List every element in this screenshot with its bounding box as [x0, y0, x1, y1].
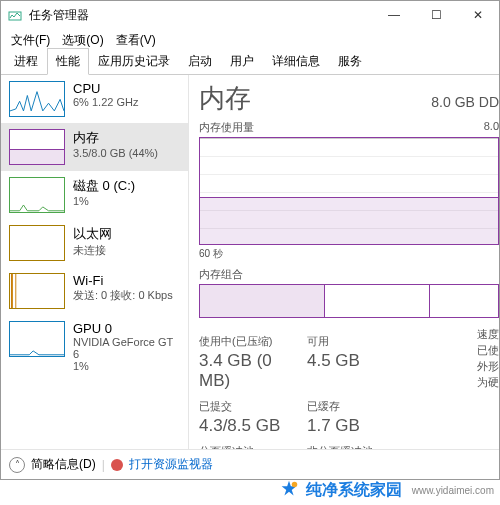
app-icon [7, 7, 23, 23]
tab-users[interactable]: 用户 [221, 48, 263, 75]
side-item-cpu[interactable]: CPU 6% 1.22 GHz [1, 75, 188, 123]
side-list: CPU 6% 1.22 GHz 内存 3.5/8.0 GB (44%) 磁盘 0… [1, 75, 189, 449]
side-item-title: 磁盘 0 (C:) [73, 177, 135, 195]
memory-props: 速度: 已使用的插槽: 外形规格: 为硬件保留的内存: [477, 326, 499, 449]
tab-startup[interactable]: 启动 [179, 48, 221, 75]
window-title: 任务管理器 [29, 7, 373, 24]
speed-label: 速度: [477, 328, 499, 340]
side-text: CPU 6% 1.22 GHz [73, 81, 138, 108]
detail-heading: 内存 [199, 81, 251, 116]
side-text: 以太网 未连接 [73, 225, 112, 258]
detail-pane: 内存 8.0 GB DD 内存使用量 8.0 60 秒 内存组合 使用中(已压缩… [189, 75, 499, 449]
memory-thumb-icon [9, 129, 65, 165]
maximize-button[interactable]: ☐ [415, 1, 457, 29]
bottombar: ˄ 简略信息(D) | 打开资源监视器 [1, 449, 499, 479]
in-use-label: 使用中(已压缩) [199, 334, 307, 349]
fewer-details-link[interactable]: 简略信息(D) [31, 456, 96, 473]
form-label: 外形规格: [477, 360, 499, 372]
close-button[interactable]: ✕ [457, 1, 499, 29]
side-item-gpu[interactable]: GPU 0 NVIDIA GeForce GT 6 1% [1, 315, 188, 378]
tab-services[interactable]: 服务 [329, 48, 371, 75]
available-label: 可用 [307, 334, 387, 349]
side-item-title: 以太网 [73, 225, 112, 243]
side-item-wifi[interactable]: Wi-Fi 发送: 0 接收: 0 Kbps [1, 267, 188, 315]
wifi-thumb-icon [9, 273, 65, 309]
graph2-label: 内存组合 [199, 267, 499, 282]
side-item-title: Wi-Fi [73, 273, 173, 288]
committed-value: 4.3/8.5 GB [199, 416, 307, 436]
resmon-icon [111, 459, 123, 471]
side-text: 磁盘 0 (C:) 1% [73, 177, 135, 207]
gpu-thumb-icon [9, 321, 65, 357]
side-item-sub: 发送: 0 接收: 0 Kbps [73, 288, 173, 303]
separator: | [102, 458, 105, 472]
watermark: 纯净系统家园 www.yidaimei.com [278, 479, 494, 501]
in-use-value: 3.4 GB (0 MB) [199, 351, 307, 391]
disk-thumb-icon [9, 177, 65, 213]
available-value: 4.5 GB [307, 351, 387, 391]
tab-app-history[interactable]: 应用历史记录 [89, 48, 179, 75]
content: CPU 6% 1.22 GHz 内存 3.5/8.0 GB (44%) 磁盘 0… [1, 75, 499, 449]
side-item-sub2: 1% [73, 360, 180, 372]
memory-usage-chart[interactable] [199, 137, 499, 245]
cached-label: 已缓存 [307, 399, 387, 414]
committed-label: 已提交 [199, 399, 307, 414]
side-item-sub: NVIDIA GeForce GT 6 [73, 336, 180, 360]
svg-point-3 [292, 482, 298, 488]
memory-composition-chart[interactable] [199, 284, 499, 318]
titlebar: 任务管理器 — ☐ ✕ [1, 1, 499, 29]
cached-value: 1.7 GB [307, 416, 387, 436]
tab-details[interactable]: 详细信息 [263, 48, 329, 75]
detail-capacity: 8.0 GB DD [431, 94, 499, 110]
side-item-memory[interactable]: 内存 3.5/8.0 GB (44%) [1, 123, 188, 171]
graph1-labels: 内存使用量 8.0 [199, 120, 499, 135]
side-item-ethernet[interactable]: 以太网 未连接 [1, 219, 188, 267]
watermark-text: 纯净系统家园 [306, 480, 402, 501]
side-item-sub: 1% [73, 195, 135, 207]
tab-performance[interactable]: 性能 [47, 48, 89, 75]
nonpaged-label: 非分页缓冲池 [307, 444, 387, 449]
watermark-url: www.yidaimei.com [412, 485, 494, 496]
tab-processes[interactable]: 进程 [5, 48, 47, 75]
detail-header: 内存 8.0 GB DD [199, 81, 499, 116]
watermark-icon [278, 479, 300, 501]
side-text: Wi-Fi 发送: 0 接收: 0 Kbps [73, 273, 173, 303]
minimize-button[interactable]: — [373, 1, 415, 29]
graph1-footer: 60 秒 [199, 247, 499, 261]
memory-stats: 使用中(已压缩) 可用 3.4 GB (0 MB) 4.5 GB 已提交 已缓存… [199, 334, 467, 449]
composition-in-use [200, 285, 325, 317]
slots-label: 已使用的插槽: [477, 344, 499, 356]
side-item-title: GPU 0 [73, 321, 180, 336]
side-item-title: 内存 [73, 129, 158, 147]
side-item-title: CPU [73, 81, 138, 96]
graph1-label-right: 8.0 [484, 120, 499, 135]
side-item-sub: 6% 1.22 GHz [73, 96, 138, 108]
graph1-label-left: 内存使用量 [199, 120, 254, 135]
side-text: GPU 0 NVIDIA GeForce GT 6 1% [73, 321, 180, 372]
cpu-thumb-icon [9, 81, 65, 117]
side-item-disk[interactable]: 磁盘 0 (C:) 1% [1, 171, 188, 219]
fewer-details-icon[interactable]: ˄ [9, 457, 25, 473]
side-item-sub: 未连接 [73, 243, 112, 258]
paged-label: 分页缓冲池 [199, 444, 307, 449]
composition-available [325, 285, 498, 317]
reserved-label: 为硬件保留的内存: [477, 376, 499, 388]
tabbar: 进程 性能 应用历史记录 启动 用户 详细信息 服务 [1, 51, 499, 75]
task-manager-window: 任务管理器 — ☐ ✕ 文件(F) 选项(O) 查看(V) 进程 性能 应用历史… [0, 0, 500, 480]
graph2-label-text: 内存组合 [199, 267, 243, 282]
side-item-sub: 3.5/8.0 GB (44%) [73, 147, 158, 159]
open-resmon-link[interactable]: 打开资源监视器 [129, 456, 213, 473]
side-text: 内存 3.5/8.0 GB (44%) [73, 129, 158, 159]
ethernet-thumb-icon [9, 225, 65, 261]
